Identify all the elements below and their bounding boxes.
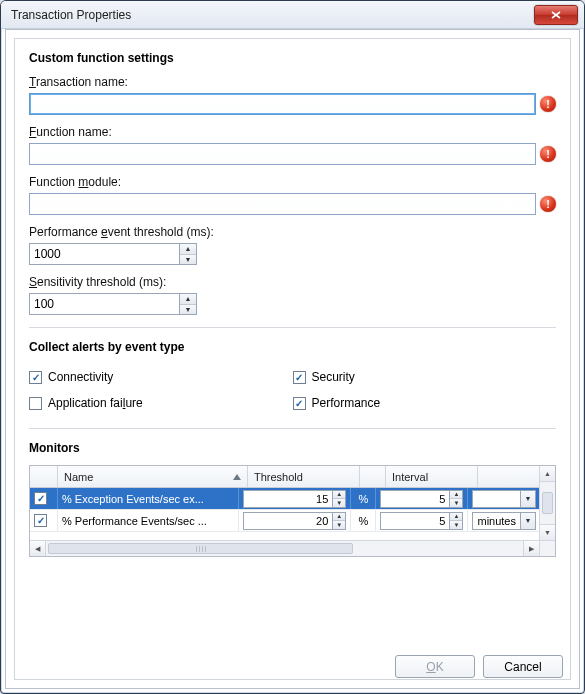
chevron-up-icon[interactable]: ▲	[450, 513, 462, 522]
window-title: Transaction Properties	[11, 8, 534, 22]
col-checkbox[interactable]	[30, 466, 58, 487]
titlebar: Transaction Properties	[1, 1, 584, 29]
interval-unit-select[interactable]: minutes▼	[472, 490, 536, 508]
scroll-thumb[interactable]	[542, 492, 553, 514]
vertical-scrollbar[interactable]: ▲ ▼	[539, 466, 555, 540]
row-name: % Exception Events/sec ex...	[58, 488, 239, 509]
scroll-up-icon[interactable]: ▲	[540, 466, 555, 482]
chevron-down-icon[interactable]: ▼	[450, 521, 462, 529]
chevron-down-icon[interactable]: ▼	[520, 512, 536, 530]
close-button[interactable]	[534, 5, 578, 25]
col-name[interactable]: Name	[58, 466, 248, 487]
chevron-down-icon[interactable]: ▼	[180, 305, 196, 315]
col-interval[interactable]: Interval	[386, 466, 478, 487]
function-name-input[interactable]	[29, 143, 536, 165]
chevron-up-icon[interactable]: ▲	[333, 491, 345, 500]
perf-threshold-spin-buttons[interactable]: ▲▼	[179, 243, 197, 265]
error-icon	[540, 196, 556, 212]
chevron-up-icon[interactable]: ▲	[450, 491, 462, 500]
perf-threshold-input[interactable]	[29, 243, 179, 265]
function-module-label: Function module:	[29, 175, 556, 189]
monitors-header: Name Threshold Interval	[30, 466, 555, 488]
threshold-unit: %	[351, 510, 376, 531]
checkbox-icon[interactable]	[34, 492, 47, 505]
alert-checkbox-grid: Connectivity Security Application failur…	[29, 364, 556, 416]
table-row[interactable]: % Exception Events/sec ex... ▲▼ % ▲▼ min…	[30, 488, 555, 510]
threshold-unit: %	[351, 488, 376, 509]
app-failure-checkbox[interactable]: Application failure	[29, 396, 293, 410]
sens-threshold-input[interactable]	[29, 293, 179, 315]
sens-threshold-stepper[interactable]: ▲▼	[29, 293, 201, 315]
close-icon	[551, 11, 561, 19]
separator	[29, 428, 556, 429]
error-icon	[540, 96, 556, 112]
scroll-thumb[interactable]	[48, 543, 353, 554]
checkbox-icon	[293, 371, 306, 384]
section-custom-function: Custom function settings	[29, 51, 556, 65]
ok-button[interactable]: OK	[395, 655, 475, 678]
chevron-down-icon[interactable]: ▼	[333, 521, 345, 529]
perf-threshold-label: Performance event threshold (ms):	[29, 225, 556, 239]
interval-stepper[interactable]: ▲▼	[380, 490, 463, 508]
frame-inset: Custom function settings Transaction nam…	[5, 29, 580, 689]
table-row[interactable]: % Performance Events/sec ... ▲▼ % ▲▼ min…	[30, 510, 555, 532]
chevron-down-icon[interactable]: ▼	[333, 499, 345, 507]
content-area: Custom function settings Transaction nam…	[14, 38, 571, 680]
performance-checkbox[interactable]: Performance	[293, 396, 557, 410]
threshold-stepper[interactable]: ▲▼	[243, 490, 346, 508]
sens-threshold-spin-buttons[interactable]: ▲▼	[179, 293, 197, 315]
chevron-down-icon[interactable]: ▼	[450, 499, 462, 507]
function-name-label: Function name:	[29, 125, 556, 139]
scroll-track[interactable]	[46, 541, 523, 556]
scroll-down-icon[interactable]: ▼	[540, 524, 555, 540]
sens-threshold-label: Sensitivity threshold (ms):	[29, 275, 556, 289]
dialog-button-row: OK Cancel	[395, 655, 563, 678]
chevron-up-icon[interactable]: ▲	[333, 513, 345, 522]
chevron-down-icon[interactable]: ▼	[180, 255, 196, 265]
separator	[29, 327, 556, 328]
transaction-name-input[interactable]	[29, 93, 536, 115]
chevron-up-icon[interactable]: ▲	[180, 294, 196, 305]
checkbox-icon[interactable]	[34, 514, 47, 527]
cancel-button[interactable]: Cancel	[483, 655, 563, 678]
checkbox-icon	[29, 397, 42, 410]
perf-threshold-stepper[interactable]: ▲▼	[29, 243, 201, 265]
horizontal-scrollbar[interactable]: ◀ ▶	[30, 540, 539, 556]
checkbox-icon	[293, 397, 306, 410]
scroll-corner	[539, 540, 555, 556]
security-checkbox[interactable]: Security	[293, 370, 557, 384]
grip-icon	[196, 546, 206, 552]
scroll-right-icon[interactable]: ▶	[523, 541, 539, 556]
section-monitors: Monitors	[29, 441, 556, 455]
dialog-window: Transaction Properties Custom function s…	[0, 0, 585, 694]
chevron-down-icon[interactable]: ▼	[520, 490, 536, 508]
checkbox-icon	[29, 371, 42, 384]
interval-stepper[interactable]: ▲▼	[380, 512, 463, 530]
transaction-name-label: Transaction name:	[29, 75, 556, 89]
monitors-table: Name Threshold Interval % Exception Even…	[29, 465, 556, 557]
interval-unit-select[interactable]: minutes▼	[472, 512, 536, 530]
threshold-stepper[interactable]: ▲▼	[243, 512, 346, 530]
function-module-input[interactable]	[29, 193, 536, 215]
row-name: % Performance Events/sec ...	[58, 510, 239, 531]
col-unit	[360, 466, 386, 487]
chevron-up-icon[interactable]: ▲	[180, 244, 196, 255]
connectivity-checkbox[interactable]: Connectivity	[29, 370, 293, 384]
col-threshold[interactable]: Threshold	[248, 466, 360, 487]
section-collect-alerts: Collect alerts by event type	[29, 340, 556, 354]
scroll-left-icon[interactable]: ◀	[30, 541, 46, 556]
error-icon	[540, 146, 556, 162]
